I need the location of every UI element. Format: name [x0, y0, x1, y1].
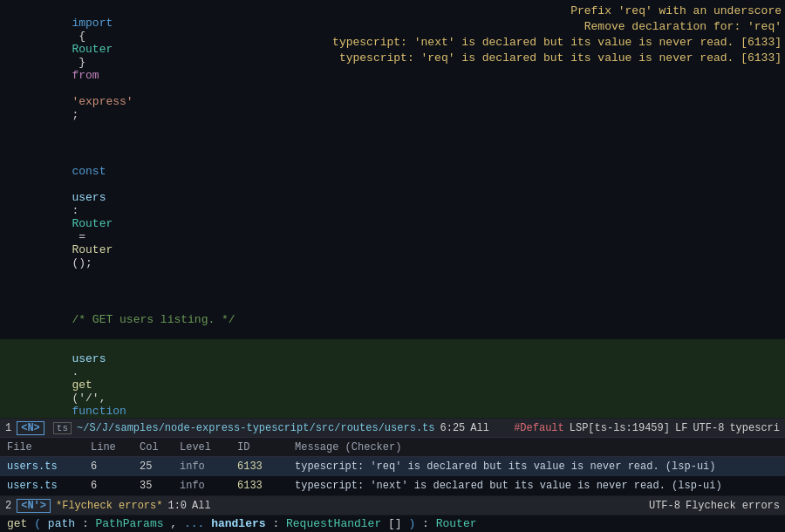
echo-fn-name: get ( path : PathParams , ... handlers :…: [7, 517, 476, 530]
status-all: All: [470, 422, 489, 434]
status-default: #Default: [514, 422, 564, 434]
diag-id-1: 6133: [237, 460, 281, 473]
bottom-status-bar: 2 <N'> *Flycheck errors* 1:0 All UTF-8 F…: [0, 495, 785, 515]
kw-import: import: [72, 17, 113, 30]
code-line-1: import { Router } from 'express' ;: [0, 3, 785, 134]
status-lsp: LSP[ts-ls:19459]: [570, 422, 670, 434]
diag-col-id: ID: [237, 441, 281, 454]
bottom-mode: <N'>: [17, 499, 51, 513]
code-line-5: /* GET users listing. */: [0, 300, 785, 339]
bottom-encoding: UTF-8: [649, 500, 680, 512]
diag-col-file: File: [7, 441, 77, 454]
status-bar: 1 <N> ts ~/S/J/samples/node-express-type…: [0, 418, 785, 437]
code-line-3: const users : Router = Router ();: [0, 152, 785, 283]
diag-row-2[interactable]: users.ts 6 35 info 6133 typescript: 'nex…: [0, 476, 785, 495]
diag-line-2: 6: [91, 480, 126, 492]
diag-col-2: 35: [140, 480, 166, 492]
diag-level-1: info: [180, 460, 223, 473]
diag-file-2: users.ts: [7, 480, 77, 492]
diag-file-1: users.ts: [7, 460, 77, 473]
status-ts-badge: ts: [53, 422, 72, 434]
code-line-6: ● users . get ('/', function ( req , res…: [0, 339, 785, 418]
status-position: 6:25: [440, 422, 465, 434]
diagnostics-panel: File Line Col Level ID Message (Checker)…: [0, 437, 785, 495]
bottom-linenum: 2: [5, 500, 11, 512]
diag-header: File Line Col Level ID Message (Checker): [0, 438, 785, 457]
diag-col-level: Level: [180, 441, 223, 454]
code-line-2: [0, 134, 785, 152]
diag-col-msg: Message (Checker): [295, 441, 778, 454]
diag-col-1: 25: [140, 460, 166, 473]
status-encoding: UTF-8: [693, 422, 724, 434]
kw-from: from: [72, 69, 99, 82]
diag-id-2: 6133: [237, 480, 281, 492]
bottom-all: All: [192, 500, 211, 512]
status-lineending: LF: [675, 422, 687, 434]
str-express: 'express': [72, 95, 133, 108]
status-mode: <N>: [17, 421, 44, 435]
code-content: import { Router } from 'express' ;: [17, 3, 785, 134]
status-major-mode: typescri: [729, 422, 780, 434]
bottom-flycheck-label: *Flycheck errors*: [56, 500, 162, 512]
bottom-flycheck: Flycheck errors: [686, 500, 780, 512]
diag-col-col: Col: [140, 441, 166, 454]
diag-level-2: info: [180, 480, 223, 492]
diag-line-1: 6: [91, 460, 126, 473]
bottom-errors: 1:0: [167, 500, 187, 512]
code-line-4: [0, 283, 785, 300]
code-container[interactable]: Prefix 'req' with an underscore Remove d…: [0, 0, 785, 418]
status-linenum: 1: [5, 422, 11, 434]
diag-msg-1: typescript: 'req' is declared but its va…: [295, 460, 778, 473]
diag-col-line: Line: [91, 441, 126, 454]
diag-msg-2: typescript: 'next' is declared but its v…: [295, 480, 778, 492]
type-router: Router: [72, 43, 113, 56]
echo-area: get ( path : PathParams , ... handlers :…: [0, 515, 785, 532]
status-path: ~/S/J/samples/node-express-typescript/sr…: [77, 422, 434, 434]
editor-area: Prefix 'req' with an underscore Remove d…: [0, 0, 785, 418]
diag-row-1[interactable]: users.ts 6 25 info 6133 typescript: 'req…: [0, 457, 785, 476]
